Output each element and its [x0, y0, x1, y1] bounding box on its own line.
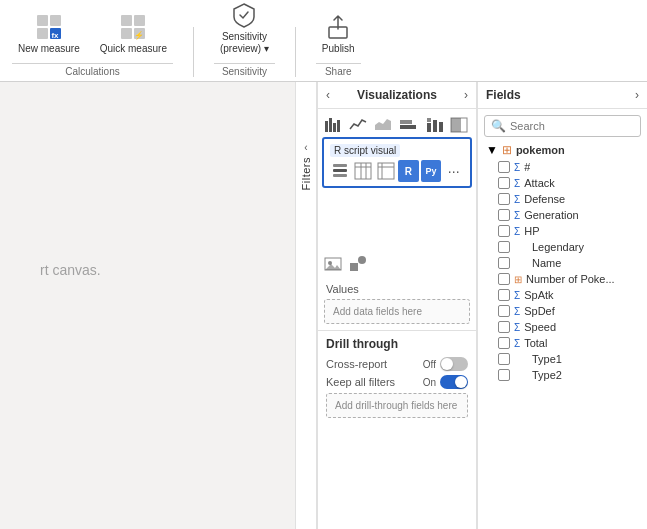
field-label-name: Name — [532, 257, 561, 269]
viz-panel-right-arrow[interactable]: › — [464, 88, 468, 102]
quick-measure-label: Quick measure — [100, 43, 167, 55]
viz-icon-100pct[interactable] — [448, 113, 470, 135]
viz-icons-area: 123 R script visual R Py ··· — [318, 109, 476, 279]
svg-rect-7 — [121, 28, 132, 39]
field-label-spatk: SpAtk — [524, 289, 553, 301]
field-item-name[interactable]: Name — [482, 255, 643, 271]
sensitivity-icon — [230, 1, 258, 29]
field-well-section: Values Add data fields here Drill throug… — [318, 279, 476, 529]
viz-icon-more[interactable]: ··· — [443, 160, 464, 182]
viz-icon-area[interactable] — [372, 113, 394, 135]
field-item-total[interactable]: Σ Total — [482, 335, 643, 351]
field-checkbox-speed[interactable] — [498, 321, 510, 333]
drill-through-title: Drill through — [326, 337, 468, 351]
pokemon-group-header[interactable]: ▼ ⊞ pokemon — [482, 141, 643, 159]
svg-text:fx: fx — [51, 31, 59, 40]
keep-filters-label: Keep all filters — [326, 376, 395, 388]
keep-filters-toggle[interactable] — [440, 375, 468, 389]
field-checkbox-name[interactable] — [498, 257, 510, 269]
field-item-spatk[interactable]: Σ SpAtk — [482, 287, 643, 303]
viz-icon-r-visual[interactable]: R — [398, 160, 419, 182]
ribbon-group-calculations: fx New measure ⚡ Quick measure — [12, 9, 173, 77]
viz-icon-table[interactable] — [353, 160, 374, 182]
field-item-spdef[interactable]: Σ SpDef — [482, 303, 643, 319]
drill-fields-placeholder: Add drill-through fields here — [335, 400, 457, 411]
cross-report-toggle[interactable] — [440, 357, 468, 371]
drill-through-drop-zone[interactable]: Add drill-through fields here — [326, 393, 468, 418]
fields-panel-arrow[interactable]: › — [635, 88, 639, 102]
viz-icon-line[interactable] — [347, 113, 369, 135]
svg-rect-13 — [333, 123, 336, 132]
cross-report-toggle-container: Off — [423, 357, 468, 371]
field-checkbox-legendary[interactable] — [498, 241, 510, 253]
field-item-type2[interactable]: Type2 — [482, 367, 643, 383]
new-measure-button[interactable]: fx New measure — [12, 9, 86, 59]
field-type-total: Σ — [514, 338, 520, 349]
fields-tree: ▼ ⊞ pokemon Σ # Σ Attack — [478, 141, 647, 529]
viz-icon-bar[interactable] — [322, 113, 344, 135]
field-checkbox-spatk[interactable] — [498, 289, 510, 301]
viz-icon-shapes[interactable] — [347, 253, 369, 275]
filters-panel[interactable]: ‹ Filters — [295, 82, 317, 529]
quick-measure-button[interactable]: ⚡ Quick measure — [94, 9, 173, 59]
svg-rect-21 — [439, 122, 443, 132]
field-item-speed[interactable]: Σ Speed — [482, 319, 643, 335]
table-icon: ⊞ — [502, 143, 512, 157]
viz-icon-matrix[interactable] — [375, 160, 396, 182]
svg-marker-15 — [375, 119, 391, 130]
fields-panel-header: Fields › — [478, 82, 647, 109]
field-item-generation[interactable]: Σ Generation — [482, 207, 643, 223]
svg-rect-52 — [355, 163, 371, 179]
field-checkbox-total[interactable] — [498, 337, 510, 349]
field-checkbox-type1[interactable] — [498, 353, 510, 365]
field-checkbox-spdef[interactable] — [498, 305, 510, 317]
svg-rect-11 — [325, 121, 328, 132]
values-drop-zone[interactable]: Add data fields here — [324, 299, 470, 324]
field-type-hash: Σ — [514, 162, 520, 173]
field-checkbox-type2[interactable] — [498, 369, 510, 381]
field-label-hp: HP — [524, 225, 539, 237]
r-script-visual-overlay: R script visual R Py ··· — [322, 137, 472, 188]
cross-report-toggle-thumb — [441, 358, 453, 370]
viz-panel-left-arrow[interactable]: ‹ — [326, 88, 330, 102]
values-label: Values — [318, 279, 476, 297]
field-checkbox-hash[interactable] — [498, 161, 510, 173]
svg-rect-23 — [451, 118, 461, 132]
visualizations-panel: ‹ Visualizations › — [317, 82, 477, 529]
field-item-hash[interactable]: Σ # — [482, 159, 643, 175]
values-placeholder: Add data fields here — [333, 306, 422, 317]
field-type-attack: Σ — [514, 178, 520, 189]
field-item-defense[interactable]: Σ Defense — [482, 191, 643, 207]
field-item-type1[interactable]: Type1 — [482, 351, 643, 367]
viz-icon-py-visual[interactable]: Py — [421, 160, 442, 182]
field-label-number-of-poke: Number of Poke... — [526, 273, 615, 285]
keep-filters-toggle-container: On — [423, 375, 468, 389]
field-checkbox-defense[interactable] — [498, 193, 510, 205]
svg-rect-19 — [427, 118, 431, 122]
publish-button[interactable]: Publish — [316, 9, 361, 59]
fields-search-input[interactable] — [510, 120, 634, 132]
field-checkbox-hp[interactable] — [498, 225, 510, 237]
fields-panel: Fields › 🔍 ▼ ⊞ pokemon Σ — [477, 82, 647, 529]
field-checkbox-number-of-poke[interactable] — [498, 273, 510, 285]
viz-icon-stacked-col[interactable] — [423, 113, 445, 135]
field-checkbox-generation[interactable] — [498, 209, 510, 221]
field-item-number-of-poke[interactable]: ⊞ Number of Poke... — [482, 271, 643, 287]
fields-search-box[interactable]: 🔍 — [484, 115, 641, 137]
sensitivity-label: Sensitivity(preview) ▾ — [220, 31, 269, 55]
svg-rect-17 — [400, 120, 412, 124]
field-item-attack[interactable]: Σ Attack — [482, 175, 643, 191]
filters-collapse-arrow: ‹ — [304, 142, 307, 153]
svg-rect-6 — [134, 15, 145, 26]
field-checkbox-attack[interactable] — [498, 177, 510, 189]
field-item-legendary[interactable]: Legendary — [482, 239, 643, 255]
svg-point-63 — [358, 256, 366, 264]
viz-icon-image[interactable] — [322, 253, 344, 275]
field-item-hp[interactable]: Σ HP — [482, 223, 643, 239]
viz-icon-stacked-bar[interactable] — [397, 113, 419, 135]
pokemon-group-label: pokemon — [516, 144, 565, 156]
field-type-number-of-poke: ⊞ — [514, 274, 522, 285]
viz-icon-slicer[interactable] — [330, 160, 351, 182]
field-label-generation: Generation — [524, 209, 578, 221]
sensitivity-button[interactable]: Sensitivity(preview) ▾ — [214, 0, 275, 59]
